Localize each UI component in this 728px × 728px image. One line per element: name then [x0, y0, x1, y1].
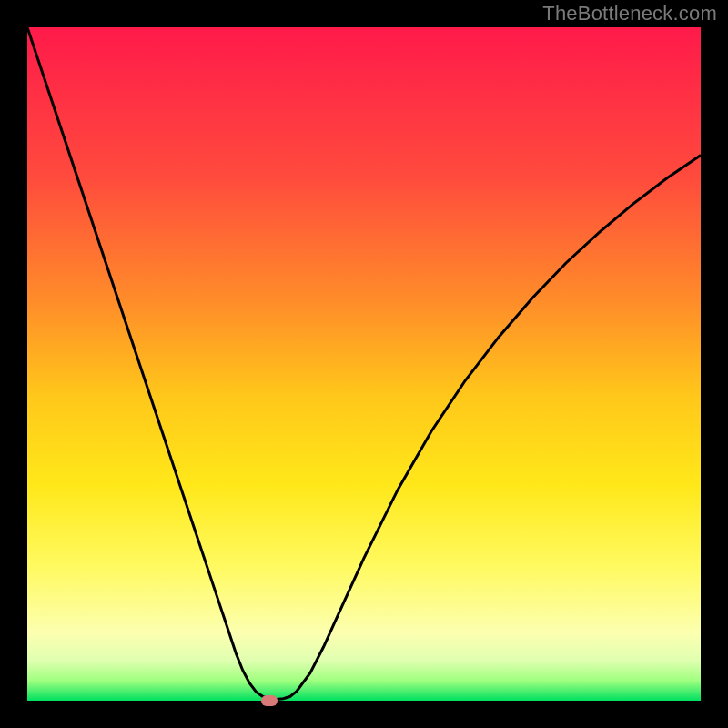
bottleneck-curve — [27, 27, 701, 701]
plot-area — [27, 27, 701, 701]
minimum-marker — [261, 695, 278, 706]
watermark-label: TheBottleneck.com — [542, 2, 717, 25]
chart-canvas: TheBottleneck.com — [0, 0, 728, 728]
curve-line — [27, 27, 701, 700]
